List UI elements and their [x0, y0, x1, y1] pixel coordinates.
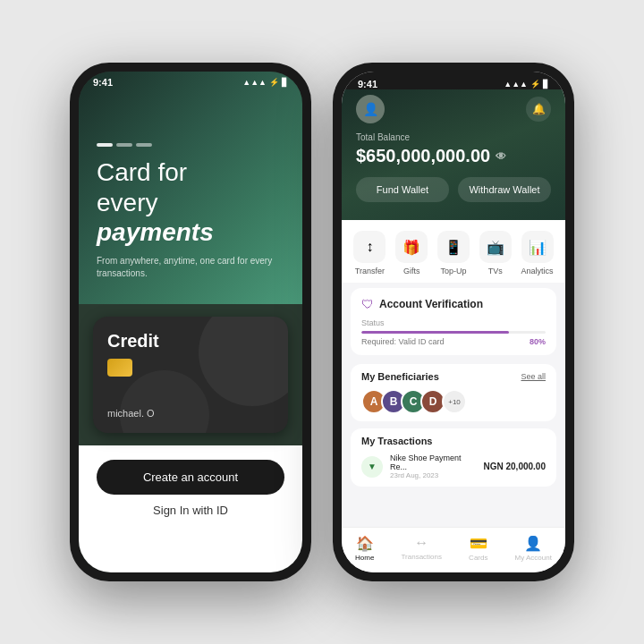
transaction-amount: NGN 20,000.00 [484, 462, 547, 471]
status-time-2: 9:41 [358, 79, 377, 89]
required-text: Required: Valid ID card [361, 337, 444, 346]
action-topup[interactable]: 📱 Top-Up [437, 231, 470, 275]
bottom-navigation: 🏠 Home ↔ Transactions 💳 Cards 👤 My Accou… [342, 527, 565, 572]
status-icons-1: ▲▲▲ ⚡ ▊ [242, 78, 288, 87]
dot-1 [97, 143, 113, 147]
shield-icon: 🛡 [361, 297, 374, 311]
credit-card: Credit michael. O [93, 317, 288, 433]
cards-label: Cards [469, 554, 487, 562]
transaction-date: 23rd Aug, 2023 [390, 471, 477, 479]
transactions-icon: ↔ [414, 535, 428, 551]
transactions-section: My Trasactions ▼ Nike Shoe Payment Re...… [351, 428, 556, 487]
withdraw-wallet-button[interactable]: Withdraw Wallet [458, 177, 551, 202]
hero-subtitle: From anywhere, anytime, one card for eve… [97, 255, 284, 280]
action-analytics[interactable]: 📊 Analytics [521, 231, 554, 275]
action-gifts[interactable]: 🎁 Gifts [395, 231, 428, 275]
action-transfer[interactable]: ↕ Transfer [353, 231, 386, 275]
gifts-icon: 🎁 [395, 231, 428, 263]
hero-title: Card for every payments [97, 157, 284, 248]
wifi-icon-2: ⚡ [530, 80, 540, 89]
beneficiary-count: +10 [442, 389, 467, 414]
quick-actions: ↕ Transfer 🎁 Gifts 📱 Top-Up 📺 TVs 📊 Anal… [342, 220, 565, 283]
card-chip [107, 359, 132, 377]
header-top: 👤 🔔 [356, 95, 551, 123]
transfer-icon: ↕ [353, 231, 386, 263]
avatar: 👤 [356, 95, 385, 123]
verification-required: Required: Valid ID card 80% [361, 337, 546, 346]
tvs-icon: 📺 [479, 231, 512, 263]
verification-percent: 80% [530, 337, 546, 346]
battery-icon: ▊ [282, 78, 288, 87]
table-row: ▼ Nike Shoe Payment Re... 23rd Aug, 2023… [361, 453, 546, 479]
signal-icon: ▲▲▲ [242, 78, 267, 87]
phone-1: 9:41 ▲▲▲ ⚡ ▊ Card for every payments Fro… [70, 63, 311, 581]
cards-icon: 💳 [470, 535, 487, 552]
dot-3 [136, 143, 152, 147]
gifts-label: Gifts [403, 267, 420, 275]
action-tvs[interactable]: 📺 TVs [479, 231, 512, 275]
create-account-button[interactable]: Create an account [97, 460, 284, 495]
verification-section: 🛡 Account Verification Status Required: … [351, 288, 556, 355]
transactions-header: My Trasactions [361, 436, 546, 446]
phone1-bottom: Create an account Sign In with ID [79, 445, 302, 572]
progress-fill [361, 331, 509, 334]
verification-progress-bar [361, 331, 546, 334]
beneficiaries-section: My Beneficiaries See all A B C D +10 [351, 364, 556, 421]
nav-account[interactable]: 👤 My Account [515, 535, 552, 562]
balance-label: Total Balance [356, 132, 551, 142]
dot-2 [116, 143, 132, 147]
wallet-buttons: Fund Wallet Withdraw Wallet [356, 177, 551, 202]
nav-home[interactable]: 🏠 Home [355, 535, 374, 562]
home-label: Home [355, 554, 374, 562]
transfer-label: Transfer [355, 267, 385, 275]
nav-transactions[interactable]: ↔ Transactions [402, 535, 443, 562]
card-owner: michael. O [107, 408, 155, 419]
analytics-label: Analytics [521, 267, 554, 275]
home-icon: 🏠 [356, 535, 374, 552]
signal-icon-2: ▲▲▲ [504, 80, 528, 89]
beneficiary-avatars: A B C D +10 [361, 389, 546, 414]
tvs-label: TVs [488, 267, 503, 275]
status-bar-1: 9:41 ▲▲▲ ⚡ ▊ [79, 72, 302, 93]
verification-title: Account Verification [379, 298, 483, 310]
transactions-title: My Trasactions [361, 436, 432, 446]
nav-cards[interactable]: 💳 Cards [469, 535, 487, 562]
balance-amount: $650,000,000.00 👁 [356, 146, 551, 166]
topup-icon: 📱 [437, 231, 470, 263]
battery-icon-2: ▊ [543, 80, 549, 89]
fund-wallet-button[interactable]: Fund Wallet [356, 177, 449, 202]
dashboard-header: 👤 🔔 Total Balance $650,000,000.00 👁 Fund… [342, 89, 565, 220]
beneficiaries-header: My Beneficiaries See all [361, 371, 546, 382]
hero-section: Card for every payments From anywhere, a… [79, 72, 302, 304]
notification-bell-button[interactable]: 🔔 [526, 97, 551, 122]
carousel-dots [97, 143, 284, 147]
transaction-name: Nike Shoe Payment Re... [390, 453, 477, 471]
hide-balance-icon[interactable]: 👁 [496, 150, 506, 163]
card-type-label: Credit [107, 331, 274, 352]
transaction-direction-icon: ▼ [361, 456, 383, 478]
phone-2: 9:41 ▲▲▲ ⚡ ▊ 👤 🔔 Total Balance $650,000,… [333, 63, 574, 581]
analytics-icon: 📊 [521, 231, 554, 263]
status-bar-2: 9:41 ▲▲▲ ⚡ ▊ [342, 72, 565, 89]
verification-status-label: Status [361, 318, 546, 327]
topup-label: Top-Up [440, 267, 466, 275]
transactions-nav-label: Transactions [402, 553, 443, 561]
wifi-icon: ⚡ [269, 78, 279, 87]
verification-header: 🛡 Account Verification [361, 297, 546, 311]
status-icons-2: ▲▲▲ ⚡ ▊ [504, 80, 549, 89]
status-time-1: 9:41 [93, 77, 113, 88]
see-all-beneficiaries[interactable]: See all [521, 372, 546, 381]
transaction-info: Nike Shoe Payment Re... 23rd Aug, 2023 [390, 453, 477, 479]
account-label: My Account [515, 554, 552, 562]
sign-in-button[interactable]: Sign In with ID [153, 504, 228, 517]
account-icon: 👤 [524, 535, 542, 552]
beneficiaries-title: My Beneficiaries [361, 371, 439, 382]
